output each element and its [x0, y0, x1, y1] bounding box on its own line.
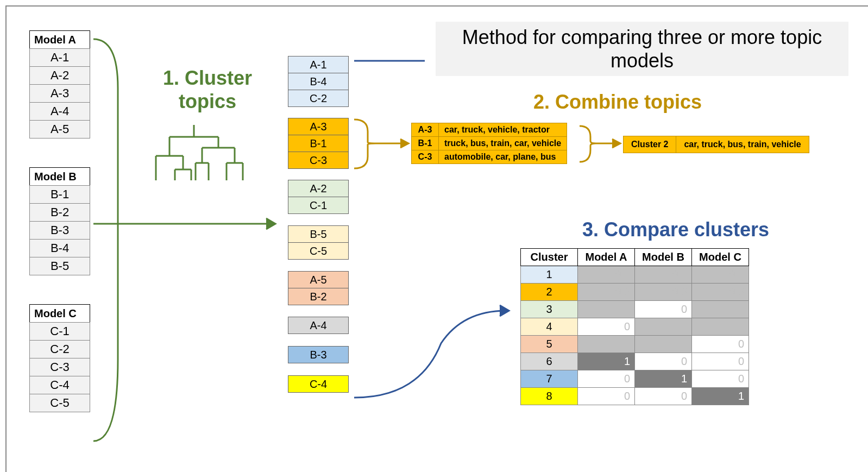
compare-table: Cluster Model A Model B Model C 1 0.3 0.…: [520, 248, 749, 405]
cluster-8: C-4: [288, 376, 349, 393]
model-c-item: C-2: [29, 340, 90, 358]
cluster-item: B-5: [288, 225, 349, 243]
cluster-result-words: car, truck, bus, train, vehicle: [676, 136, 809, 153]
compare-header: Model A: [578, 249, 635, 266]
combine-table: A-3car, truck, vehicle, tractor B-1truck…: [411, 123, 567, 164]
step-2-title: 2. Combine topics: [533, 91, 702, 114]
compare-cell: 0: [692, 336, 749, 353]
cluster-item: C-1: [288, 197, 349, 214]
cluster-1: A-1 B-4 C-2: [288, 56, 349, 107]
model-b-item: B-4: [29, 239, 90, 257]
compare-cell: 0: [635, 388, 692, 405]
compare-cluster-num: 7: [521, 370, 578, 388]
compare-header: Model C: [692, 249, 749, 266]
compare-cluster-num: 8: [521, 388, 578, 405]
combine-id: C-3: [412, 150, 439, 164]
compare-cluster-num: 6: [521, 353, 578, 370]
compare-cell: 0.3: [692, 266, 749, 284]
compare-cell: 0: [692, 353, 749, 370]
model-a-item: A-3: [29, 84, 90, 103]
cluster-3: A-2 C-1: [288, 180, 349, 214]
cluster-6: A-4: [288, 317, 349, 334]
cluster-item: A-3: [288, 118, 349, 135]
compare-header: Model B: [635, 249, 692, 266]
model-b-item: B-1: [29, 185, 90, 204]
compare-cell: [578, 301, 635, 318]
cluster-2: A-3 B-1 C-3: [288, 118, 349, 169]
compare-cell: [635, 318, 692, 336]
model-c-item: C-5: [29, 394, 90, 412]
compare-cell: [635, 336, 692, 353]
diagram-canvas: Method for comparing three or more topic…: [5, 5, 868, 472]
combine-id: B-1: [412, 137, 439, 150]
compare-header: Cluster: [521, 249, 578, 266]
compare-cell: 1: [692, 388, 749, 405]
cluster-item: C-3: [288, 152, 349, 169]
compare-cell: 1: [578, 353, 635, 370]
model-b-header: Model B: [29, 167, 90, 186]
cluster-5: A-5 B-2: [288, 272, 349, 305]
model-a-header: Model A: [29, 30, 90, 49]
step-3-title: 3. Compare clusters: [582, 218, 769, 241]
cluster-item: B-4: [288, 73, 349, 90]
cluster-item: A-4: [288, 317, 349, 334]
cluster-item: C-2: [288, 90, 349, 107]
combine-words: truck, bus, train, car, vehicle: [439, 137, 567, 150]
compare-cell: 0.3: [692, 284, 749, 301]
model-a-stack: Model A A-1 A-2 A-3 A-4 A-5: [29, 30, 90, 139]
cluster-4: B-5 C-5: [288, 226, 349, 260]
model-b-item: B-2: [29, 203, 90, 222]
model-a-item: A-1: [29, 48, 90, 67]
cluster-item: C-5: [288, 242, 349, 260]
cluster-7: B-3: [288, 347, 349, 363]
combine-words: automobile, car, plane, bus: [439, 150, 567, 164]
model-c-stack: Model C C-1 C-2 C-3 C-4 C-5: [29, 304, 90, 412]
compare-cell: 0.3: [635, 266, 692, 284]
model-a-item: A-5: [29, 120, 90, 139]
compare-cell: 0: [635, 301, 692, 318]
method-title: Method for comparing three or more topic…: [436, 22, 848, 76]
compare-cell: 0.3: [578, 284, 635, 301]
cluster-item: B-3: [288, 346, 349, 363]
compare-cell: 0: [635, 353, 692, 370]
compare-cell: 1: [635, 370, 692, 388]
compare-cluster-num: 2: [521, 284, 578, 301]
compare-cluster-num: 3: [521, 301, 578, 318]
model-c-item: C-3: [29, 358, 90, 376]
step-1-title: 1. Cluster topics: [137, 66, 278, 113]
model-c-item: C-1: [29, 322, 90, 341]
cluster-item: B-1: [288, 135, 349, 152]
compare-cluster-num: 5: [521, 336, 578, 353]
model-a-item: A-2: [29, 66, 90, 85]
compare-cell: [692, 301, 749, 318]
compare-cell: 0: [692, 370, 749, 388]
cluster-item: C-4: [288, 375, 349, 393]
compare-cell: 0: [578, 318, 635, 336]
compare-cell: 0.3: [635, 284, 692, 301]
compare-cluster-num: 4: [521, 318, 578, 336]
model-b-stack: Model B B-1 B-2 B-3 B-4 B-5: [29, 167, 90, 275]
compare-cell: 0: [578, 388, 635, 405]
compare-cell: [692, 318, 749, 336]
model-b-item: B-3: [29, 221, 90, 240]
model-c-item: C-4: [29, 376, 90, 394]
compare-cell: [578, 336, 635, 353]
cluster-result-id: Cluster 2: [624, 136, 676, 153]
cluster-item: B-2: [288, 288, 349, 305]
step-1-label: 1. Cluster topics: [163, 67, 252, 112]
compare-cluster-num: 1: [521, 266, 578, 284]
cluster-result-table: Cluster 2car, truck, bus, train, vehicle: [623, 136, 809, 153]
combine-id: A-3: [412, 123, 439, 137]
compare-cell: 0.3: [578, 266, 635, 284]
combine-words: car, truck, vehicle, tractor: [439, 123, 567, 137]
cluster-item: A-1: [288, 56, 349, 73]
model-a-item: A-4: [29, 102, 90, 121]
compare-cell: 0: [578, 370, 635, 388]
cluster-item: A-5: [288, 271, 349, 288]
model-b-item: B-5: [29, 257, 90, 275]
cluster-item: A-2: [288, 180, 349, 197]
model-c-header: Model C: [29, 304, 90, 323]
